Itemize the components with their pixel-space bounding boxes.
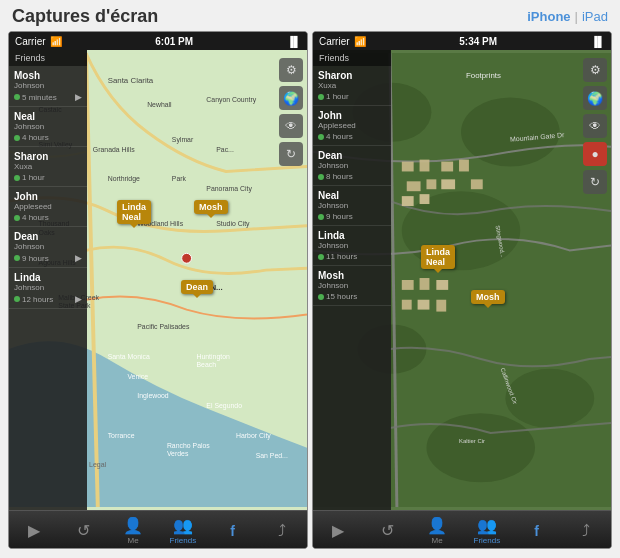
battery-1: ▐▌ [287, 36, 301, 47]
person-mosh-2[interactable]: Mosh Johnson 15 hours [313, 266, 391, 306]
svg-point-32 [182, 253, 192, 263]
wifi-icon-2: 📶 [354, 36, 366, 47]
sidebar-header-2: Friends [313, 50, 391, 66]
marker-mosh-1: Mosh [194, 200, 228, 214]
refresh-icon-2: ↺ [381, 521, 394, 540]
phone-screenshot-1: Carrier 📶 6:01 PM ▐▌ [8, 31, 308, 549]
eye-btn-1[interactable]: 👁 [279, 114, 303, 138]
svg-text:Canyon Country: Canyon Country [206, 96, 256, 104]
svg-text:Kaltier Cir: Kaltier Cir [459, 438, 485, 444]
svg-rect-44 [402, 196, 414, 206]
toolbar-refresh-2[interactable]: ↺ [363, 521, 413, 540]
svg-text:Venice: Venice [127, 373, 148, 380]
dot-btn-2[interactable]: ● [583, 142, 607, 166]
toolbar-friends-1[interactable]: 👥 Friends [158, 516, 208, 545]
status-bar-1: Carrier 📶 6:01 PM ▐▌ [9, 32, 307, 50]
dot-green [318, 294, 324, 300]
person-sharon-2[interactable]: Sharon Xuxa 1 hour [313, 66, 391, 106]
refresh-btn-1[interactable]: ↻ [279, 142, 303, 166]
toolbar-me-1[interactable]: 👤 Me [108, 516, 158, 545]
settings-btn-2[interactable]: ⚙ [583, 58, 607, 82]
svg-text:Pac...: Pac... [216, 146, 234, 153]
person-neal-1[interactable]: Neal Johnson 4 hours [9, 107, 87, 147]
svg-rect-54 [418, 300, 430, 310]
status-right-2: ▐▌ [591, 36, 605, 47]
toolbar-share-2[interactable]: ⤴ [561, 522, 611, 540]
me-icon-1: 👤 [123, 516, 143, 535]
tab-iphone[interactable]: iPhone [527, 9, 570, 24]
tab-ipad[interactable]: iPad [582, 9, 608, 24]
share-icon-1: ⤴ [278, 522, 286, 540]
svg-text:Santa Clarita: Santa Clarita [108, 76, 154, 85]
globe-btn-1[interactable]: 🌍 [279, 86, 303, 110]
time-2: 5:34 PM [459, 36, 497, 47]
carrier-2: Carrier [319, 36, 350, 47]
map-area-1[interactable]: Santa Clarita Castaic Newhall Canyon Cou… [9, 50, 307, 510]
toolbar-me-2[interactable]: 👤 Me [412, 516, 462, 545]
svg-rect-42 [407, 181, 421, 191]
person-linda-1[interactable]: Linda Johnson 12 hours ▶ [9, 268, 87, 309]
dot-green [318, 174, 324, 180]
person-john-2[interactable]: John Appleseed 4 hours [313, 106, 391, 146]
page-title: Captures d'écran [12, 6, 158, 27]
status-left-2: Carrier 📶 [319, 36, 366, 47]
eye-btn-2[interactable]: 👁 [583, 114, 607, 138]
me-label-2: Me [432, 536, 443, 545]
status-left-1: Carrier 📶 [15, 36, 62, 47]
play-icon-1: ▶ [28, 521, 40, 540]
svg-rect-53 [402, 300, 412, 310]
map-satellite: Mountain Gate Dr Stingwood... Callinwood… [313, 50, 611, 510]
svg-text:Northridge: Northridge [108, 175, 140, 183]
friends-icon-1: 👥 [173, 516, 193, 535]
dot-green [318, 94, 324, 100]
toolbar-play-2[interactable]: ▶ [313, 521, 363, 540]
person-john-1[interactable]: John Appleseed 4 hours [9, 187, 87, 227]
refresh-btn-2[interactable]: ↻ [583, 170, 607, 194]
svg-rect-43 [426, 179, 436, 189]
svg-rect-51 [420, 278, 430, 290]
battery-2: ▐▌ [591, 36, 605, 47]
svg-rect-47 [459, 160, 469, 172]
globe-btn-2[interactable]: 🌍 [583, 86, 607, 110]
toolbar-refresh-1[interactable]: ↺ [59, 521, 109, 540]
svg-point-38 [505, 369, 594, 428]
person-dean-1[interactable]: Dean Johnson 9 hours ▶ [9, 227, 87, 268]
map-controls-right-2: ⚙ 🌍 👁 ● ↻ [583, 58, 607, 194]
toolbar-friends-2[interactable]: 👥 Friends [462, 516, 512, 545]
me-label-1: Me [128, 536, 139, 545]
svg-text:Inglewood: Inglewood [137, 392, 169, 400]
map-area-2[interactable]: Mountain Gate Dr Stingwood... Callinwood… [313, 50, 611, 510]
svg-text:Granada Hills: Granada Hills [93, 146, 135, 153]
svg-text:Panorama City: Panorama City [206, 185, 252, 193]
svg-text:Huntington: Huntington [196, 353, 229, 361]
me-icon-2: 👤 [427, 516, 447, 535]
dot-green [14, 94, 20, 100]
svg-rect-41 [420, 160, 430, 172]
dot-green [14, 296, 20, 302]
toolbar-share-1[interactable]: ⤴ [257, 522, 307, 540]
settings-btn-1[interactable]: ⚙ [279, 58, 303, 82]
device-tabs: iPhone | iPad [527, 9, 608, 24]
svg-rect-46 [441, 162, 453, 172]
dot-green [318, 214, 324, 220]
facebook-icon-2: f [534, 523, 539, 539]
person-mosh-1[interactable]: Mosh Johnson 5 minutes ▶ [9, 66, 87, 107]
toolbar-play-1[interactable]: ▶ [9, 521, 59, 540]
dot-green [318, 134, 324, 140]
toolbar-1: ▶ ↺ 👤 Me 👥 Friends f ⤴ [9, 510, 307, 549]
svg-rect-50 [402, 280, 414, 290]
status-bar-2: Carrier 📶 5:34 PM ▐▌ [313, 32, 611, 50]
toolbar-facebook-2[interactable]: f [512, 523, 562, 539]
svg-rect-49 [471, 179, 483, 189]
person-linda-2[interactable]: Linda Johnson 11 hours [313, 226, 391, 266]
screenshots-container: Carrier 📶 6:01 PM ▐▌ [0, 31, 620, 557]
svg-text:San Ped...: San Ped... [256, 452, 288, 459]
person-dean-2[interactable]: Dean Johnson 8 hours [313, 146, 391, 186]
wifi-icon-1: 📶 [50, 36, 62, 47]
person-sharon-1[interactable]: Sharon Xuxa 1 hour [9, 147, 87, 187]
person-neal-2[interactable]: Neal Johnson 9 hours [313, 186, 391, 226]
svg-text:Harbor City: Harbor City [236, 432, 271, 440]
svg-rect-52 [436, 280, 448, 290]
toolbar-facebook-1[interactable]: f [208, 523, 258, 539]
play-icon-2: ▶ [332, 521, 344, 540]
